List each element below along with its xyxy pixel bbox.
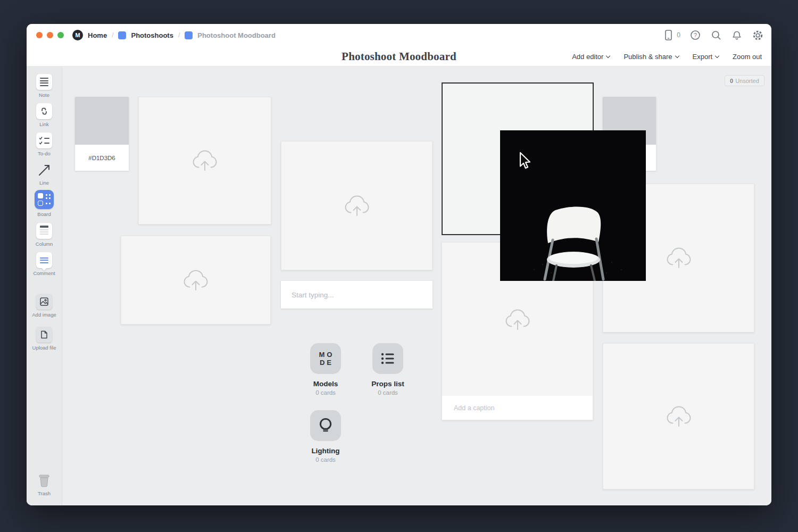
board-card-count: 0 cards	[315, 389, 336, 396]
chevron-down-icon	[606, 53, 610, 57]
tool-line[interactable]: Line	[27, 163, 62, 186]
minimize-window-button[interactable]	[47, 32, 53, 38]
image-upload-card[interactable]	[121, 236, 271, 325]
header-actions: Add editor Publish & share Export Zoom o…	[572, 53, 771, 61]
app-logo-icon[interactable]: M	[72, 30, 83, 40]
upload-cloud-icon	[181, 269, 211, 292]
breadcrumb-separator: /	[178, 31, 180, 39]
close-window-button[interactable]	[36, 32, 43, 38]
text-note-card[interactable]: Start typing...	[281, 281, 433, 309]
models-board-tile[interactable]: MO DE	[310, 343, 341, 374]
image-upload-card[interactable]	[603, 343, 754, 489]
titlebar-icons: 0 ?	[663, 29, 764, 41]
board-canvas[interactable]: 0 Unsorted #D1D3D6	[62, 66, 771, 505]
tool-link[interactable]: Link	[27, 103, 62, 127]
export-label: Export	[693, 53, 713, 61]
board-card-count: 0 cards	[378, 389, 398, 396]
tool-comment-label: Comment	[33, 270, 55, 276]
todo-icon	[36, 132, 52, 148]
breadcrumb-separator: /	[112, 31, 113, 39]
notifications-bell-icon[interactable]	[731, 29, 743, 41]
unsorted-label: Unsorted	[735, 78, 759, 84]
svg-text:?: ?	[694, 32, 697, 38]
breadcrumb-home[interactable]: Home	[88, 31, 107, 39]
text-note-placeholder: Start typing...	[292, 291, 334, 299]
zoom-out-label: Zoom out	[733, 53, 762, 61]
export-button[interactable]: Export	[693, 53, 719, 61]
image-upload-card[interactable]	[281, 141, 433, 270]
tool-add-image[interactable]: Add image	[27, 294, 62, 318]
color-swatch	[75, 97, 129, 145]
tool-todo[interactable]: To-do	[27, 132, 62, 156]
tools-sidebar: Note Link	[27, 66, 62, 505]
breadcrumb-current: Photoshoot Moodboard	[197, 31, 276, 39]
color-hex-label: #D1D3D6	[75, 145, 129, 171]
props-list-board-tile[interactable]	[372, 343, 403, 374]
board-icon	[118, 31, 126, 39]
desktop-background: M Home / Photoshoots / Photoshoot Moodbo…	[0, 0, 798, 532]
help-icon[interactable]: ?	[689, 29, 701, 41]
workspace-body: Note Link	[27, 66, 771, 505]
tool-comment[interactable]: Comment	[27, 252, 62, 276]
link-icon	[36, 103, 52, 119]
tool-link-label: Link	[39, 121, 48, 127]
unsorted-badge[interactable]: 0 Unsorted	[725, 75, 764, 86]
upload-cloud-icon	[190, 149, 220, 172]
board-name: Props list	[371, 380, 404, 388]
caption-input[interactable]: Add a caption	[442, 396, 593, 420]
mobile-device-icon[interactable]	[663, 29, 674, 41]
add-editor-label: Add editor	[572, 53, 603, 61]
trash-icon	[36, 472, 52, 488]
publish-share-button[interactable]: Publish & share	[624, 53, 678, 61]
device-count: 0	[677, 31, 680, 39]
document-header-row: Photoshoot Moodboard Add editor Publish …	[27, 46, 771, 66]
subboard-props-list[interactable]: Props list 0 cards	[357, 343, 419, 396]
upload-file-icon	[36, 327, 52, 343]
mouse-cursor	[519, 152, 533, 171]
add-image-icon	[36, 294, 52, 310]
subboard-lighting[interactable]: Lighting 0 cards	[295, 410, 356, 463]
board-name: Models	[313, 380, 338, 388]
board-card-count: 0 cards	[315, 456, 336, 463]
image-upload-card[interactable]	[138, 97, 271, 225]
tool-board-selected[interactable]: Board	[27, 190, 62, 217]
header: M Home / Photoshoots / Photoshoot Moodbo…	[27, 24, 771, 66]
lighting-board-tile[interactable]	[310, 410, 341, 441]
upload-cloud-icon	[664, 246, 694, 270]
tool-add-image-label: Add image	[32, 312, 56, 318]
board-tool-icon	[35, 190, 54, 209]
board-name: Lighting	[311, 447, 339, 455]
caption-placeholder: Add a caption	[454, 404, 494, 412]
models-tile-text: MO	[317, 351, 335, 359]
line-arrow-icon	[36, 163, 52, 178]
app-window: M Home / Photoshoots / Photoshoot Moodbo…	[27, 24, 771, 505]
add-editor-button[interactable]: Add editor	[572, 53, 610, 61]
note-icon	[36, 74, 52, 90]
breadcrumb-photoshoots[interactable]: Photoshoots	[131, 31, 173, 39]
column-icon	[36, 223, 52, 239]
lightbulb-icon	[318, 417, 334, 434]
tool-trash[interactable]: Trash	[27, 472, 62, 496]
tool-upload-file[interactable]: Upload file	[27, 327, 62, 351]
unsorted-count: 0	[730, 78, 733, 84]
list-icon	[380, 352, 395, 365]
tool-column[interactable]: Column	[27, 223, 62, 247]
color-swatch-card[interactable]: #D1D3D6	[75, 97, 129, 171]
tool-todo-label: To-do	[38, 151, 51, 156]
tool-note[interactable]: Note	[27, 74, 62, 98]
tool-line-label: Line	[39, 180, 49, 186]
models-tile-text: DE	[318, 359, 334, 367]
upload-cloud-icon	[342, 194, 372, 218]
titlebar: M Home / Photoshoots / Photoshoot Moodbo…	[27, 24, 771, 46]
search-icon[interactable]	[710, 29, 722, 41]
comment-icon	[36, 252, 52, 268]
subboard-models[interactable]: MO DE Models 0 cards	[295, 343, 356, 396]
settings-gear-icon[interactable]	[752, 29, 764, 41]
zoom-out-button[interactable]: Zoom out	[733, 53, 762, 61]
upload-cloud-icon	[664, 405, 694, 428]
tool-board-label: Board	[37, 211, 51, 217]
chevron-down-icon	[675, 53, 679, 57]
tool-column-label: Column	[36, 241, 53, 247]
publish-share-label: Publish & share	[624, 53, 672, 61]
maximize-window-button[interactable]	[57, 32, 64, 38]
